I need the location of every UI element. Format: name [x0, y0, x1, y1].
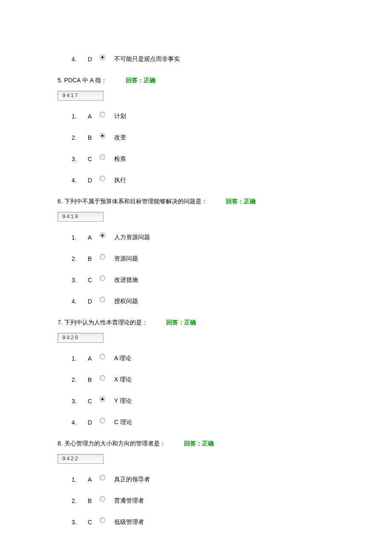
option-number: 1. — [72, 355, 84, 362]
option-row: 3.C改进措施 — [58, 276, 334, 284]
option-number: 1. — [72, 113, 84, 120]
question-header: 7. 下列中认为人性本普理论的是： 回答：正确 — [58, 319, 334, 327]
code-box: 9420 — [58, 333, 104, 343]
option-text: 计划 — [114, 113, 126, 120]
option-text: X 理论 — [114, 376, 132, 384]
radio-button[interactable] — [100, 496, 106, 502]
options-list: 1.A计划2.B改变3.C检查4.D执行 — [58, 113, 334, 184]
feedback-text: 回答：正确 — [166, 319, 196, 326]
option-row: 2.B普通管理者 — [58, 497, 334, 505]
option-text: 改进措施 — [114, 276, 138, 284]
options-list: 1.A真正的领导者2.B普通管理者3.C低级管理者 — [58, 476, 334, 526]
radio-button[interactable] — [100, 154, 106, 160]
option-row: 1.A人力资源问题 — [58, 234, 334, 241]
option-number: 2. — [72, 134, 84, 141]
option-row: 1.A计划 — [58, 113, 334, 120]
option-row: 3.C检查 — [58, 155, 334, 163]
question-6: 6. 下列中不属于预算体系和目标管理能够解决的问题是： 回答：正确 9419 1… — [58, 198, 334, 305]
radio-button[interactable] — [100, 418, 106, 424]
feedback-text: 回答：正确 — [184, 440, 214, 447]
radio-unselected-icon — [100, 354, 105, 359]
option-row: 3.CY 理论 — [58, 397, 334, 405]
question-header: 5. PDCA 中 A 指： 回答：正确 — [58, 77, 334, 84]
radio-unselected-icon — [100, 297, 105, 302]
option-number: 4. — [72, 419, 84, 426]
option-letter: C — [88, 277, 95, 283]
radio-unselected-icon — [100, 154, 105, 160]
option-text: A 理论 — [114, 355, 131, 362]
option-text: Y 理论 — [114, 397, 132, 405]
option-text: 低级管理者 — [114, 518, 144, 526]
radio-unselected-icon — [100, 275, 105, 281]
radio-button[interactable] — [100, 176, 106, 182]
question-text: 8. 关心管理力的大小和方向的管理者是： — [58, 440, 166, 447]
option-text: 人力资源问题 — [114, 234, 150, 241]
option-text: 改变 — [114, 134, 126, 142]
option-row: 1.A真正的领导者 — [58, 476, 334, 483]
radio-unselected-icon — [100, 176, 105, 181]
option-text: 不可能只是观点而非事实 — [114, 55, 180, 63]
radio-selected-icon — [100, 396, 105, 402]
question-7: 7. 下列中认为人性本普理论的是： 回答：正确 9420 1.AA 理论2.BX… — [58, 319, 334, 426]
option-letter: D — [88, 56, 95, 63]
code-box: 9419 — [58, 212, 104, 222]
radio-button[interactable] — [100, 254, 106, 260]
question-header: 6. 下列中不属于预算体系和目标管理能够解决的问题是： 回答：正确 — [58, 198, 334, 205]
question-text: 7. 下列中认为人性本普理论的是： — [58, 319, 148, 326]
option-text: 检查 — [114, 155, 126, 163]
code-box: 9422 — [58, 454, 104, 464]
option-number: 2. — [72, 255, 84, 262]
option-number: 3. — [72, 277, 84, 283]
option-letter: B — [88, 134, 95, 141]
question-header: 8. 关心管理力的大小和方向的管理者是： 回答：正确 — [58, 440, 334, 448]
option-letter: D — [88, 419, 95, 426]
option-letter: B — [88, 376, 95, 383]
radio-unselected-icon — [100, 254, 105, 260]
option-number: 1. — [72, 234, 84, 241]
radio-button[interactable] — [100, 112, 106, 118]
radio-unselected-icon — [100, 418, 105, 423]
options-list: 1.A人力资源问题2.B资源问题3.C改进措施4.D授权问题 — [58, 234, 334, 305]
option-row: 4.D执行 — [58, 176, 334, 184]
radio-selected-icon — [100, 55, 105, 60]
option-number: 3. — [72, 156, 84, 162]
radio-button[interactable] — [100, 133, 106, 139]
option-number: 4. — [72, 298, 84, 305]
radio-button[interactable] — [100, 275, 106, 281]
question-5: 5. PDCA 中 A 指： 回答：正确 9417 1.A计划2.B改变3.C检… — [58, 77, 334, 184]
code-box: 9417 — [58, 91, 104, 101]
feedback-text: 回答：正确 — [126, 77, 156, 84]
option-letter: D — [88, 177, 95, 184]
radio-unselected-icon — [100, 475, 105, 480]
option-letter: A — [88, 355, 95, 362]
radio-button[interactable] — [100, 475, 106, 481]
option-letter: A — [88, 476, 95, 483]
radio-button[interactable] — [100, 354, 106, 360]
option-text: 真正的领导者 — [114, 476, 150, 483]
option-text: 资源问题 — [114, 255, 138, 263]
option-letter: A — [88, 234, 95, 241]
option-letter: B — [88, 255, 95, 262]
feedback-text: 回答：正确 — [226, 198, 256, 205]
radio-unselected-icon — [100, 375, 105, 381]
option-letter: C — [88, 156, 95, 162]
option-row: 3.C低级管理者 — [58, 518, 334, 526]
q4-option-d: 4. D 不可能只是观点而非事实 — [58, 55, 334, 63]
radio-button[interactable] — [100, 297, 106, 303]
options-list: 1.AA 理论2.BX 理论3.CY 理论4.DC 理论 — [58, 355, 334, 426]
radio-button[interactable] — [100, 517, 106, 523]
radio-button[interactable] — [100, 55, 106, 61]
radio-button[interactable] — [100, 375, 106, 381]
option-number: 3. — [72, 398, 84, 405]
radio-button[interactable] — [100, 396, 106, 402]
option-letter: D — [88, 298, 95, 305]
option-number: 2. — [72, 376, 84, 383]
option-text: C 理论 — [114, 419, 132, 426]
question-8: 8. 关心管理力的大小和方向的管理者是： 回答：正确 9422 1.A真正的领导… — [58, 440, 334, 526]
radio-button[interactable] — [100, 233, 106, 239]
option-number: 1. — [72, 476, 84, 483]
option-number: 4. — [72, 177, 84, 184]
radio-unselected-icon — [100, 517, 105, 523]
radio-unselected-icon — [100, 112, 105, 117]
option-number: 4. — [72, 56, 84, 63]
